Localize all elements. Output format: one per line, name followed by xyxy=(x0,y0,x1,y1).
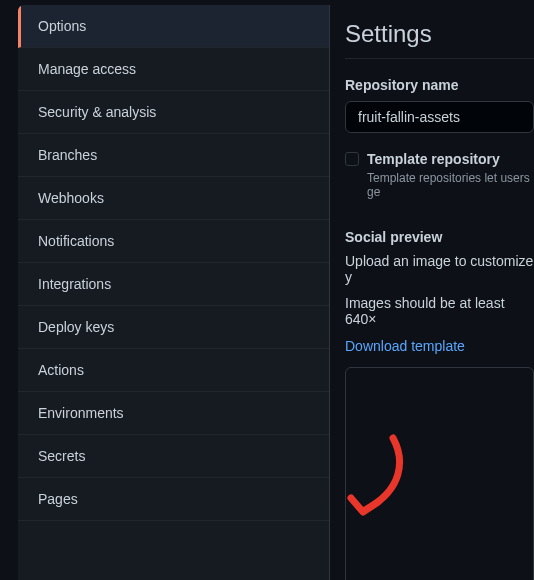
social-preview-text: Upload an image to customize y xyxy=(345,253,534,285)
repo-name-label: Repository name xyxy=(345,77,534,93)
sidebar-item-notifications[interactable]: Notifications xyxy=(18,220,329,263)
repo-name-input[interactable] xyxy=(345,101,534,133)
sidebar-item-integrations[interactable]: Integrations xyxy=(18,263,329,306)
sidebar-item-pages[interactable]: Pages xyxy=(18,478,329,521)
download-template-link[interactable]: Download template xyxy=(345,338,465,354)
settings-sidebar: Options Manage access Security & analysi… xyxy=(18,5,330,580)
template-checkbox-row: Template repository xyxy=(345,151,534,167)
sidebar-item-environments[interactable]: Environments xyxy=(18,392,329,435)
template-checkbox-label: Template repository xyxy=(367,151,500,167)
sidebar-item-options[interactable]: Options xyxy=(18,5,329,48)
social-preview-size: Images should be at least 640× xyxy=(345,295,534,327)
page-title: Settings xyxy=(345,20,534,59)
template-helper-text: Template repositories let users ge xyxy=(367,171,534,199)
main-panel: Settings Repository name Template reposi… xyxy=(330,0,534,580)
template-checkbox[interactable] xyxy=(345,152,359,166)
sidebar-item-webhooks[interactable]: Webhooks xyxy=(18,177,329,220)
social-preview-box[interactable] xyxy=(345,367,534,580)
social-preview-label: Social preview xyxy=(345,229,534,245)
sidebar-item-branches[interactable]: Branches xyxy=(18,134,329,177)
sidebar-item-secrets[interactable]: Secrets xyxy=(18,435,329,478)
sidebar-item-actions[interactable]: Actions xyxy=(18,349,329,392)
sidebar-item-security-analysis[interactable]: Security & analysis xyxy=(18,91,329,134)
sidebar-item-deploy-keys[interactable]: Deploy keys xyxy=(18,306,329,349)
sidebar-item-manage-access[interactable]: Manage access xyxy=(18,48,329,91)
